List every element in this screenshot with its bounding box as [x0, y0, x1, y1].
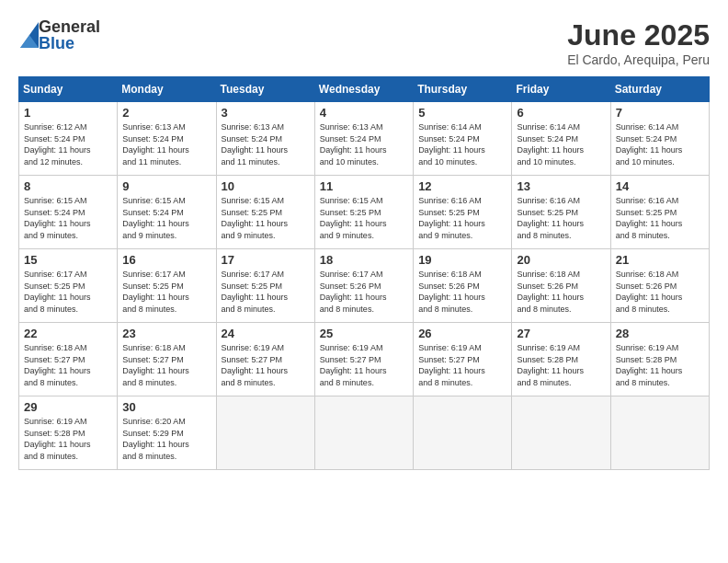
calendar-cell: 7Sunrise: 6:14 AM Sunset: 5:24 PM Daylig…: [610, 102, 709, 176]
day-number: 17: [222, 253, 310, 267]
calendar-cell: 9Sunrise: 6:15 AM Sunset: 5:24 PM Daylig…: [118, 176, 216, 249]
day-number: 21: [616, 253, 704, 267]
day-info: Sunrise: 6:17 AM Sunset: 5:25 PM Dayligh…: [122, 269, 210, 315]
day-info: Sunrise: 6:18 AM Sunset: 5:26 PM Dayligh…: [616, 269, 704, 315]
day-number: 18: [320, 253, 408, 267]
day-number: 5: [418, 106, 506, 120]
calendar-cell: 29Sunrise: 6:19 AM Sunset: 5:28 PM Dayli…: [19, 396, 118, 470]
day-number: 13: [517, 179, 605, 193]
calendar-week-row: 29Sunrise: 6:19 AM Sunset: 5:28 PM Dayli…: [19, 396, 710, 470]
day-number: 10: [222, 179, 310, 193]
day-number: 9: [122, 179, 210, 193]
day-number: 2: [122, 106, 210, 120]
title-area: June 2025 El Cardo, Arequipa, Peru: [567, 18, 710, 67]
day-info: Sunrise: 6:17 AM Sunset: 5:25 PM Dayligh…: [24, 269, 112, 315]
calendar-cell: 5Sunrise: 6:14 AM Sunset: 5:24 PM Daylig…: [414, 102, 512, 176]
calendar-cell: 25Sunrise: 6:19 AM Sunset: 5:27 PM Dayli…: [314, 323, 413, 396]
calendar-cell: 12Sunrise: 6:16 AM Sunset: 5:25 PM Dayli…: [414, 176, 512, 249]
day-info: Sunrise: 6:13 AM Sunset: 5:24 PM Dayligh…: [222, 121, 310, 167]
day-number: 11: [320, 179, 408, 193]
day-number: 14: [616, 179, 704, 193]
calendar-week-row: 15Sunrise: 6:17 AM Sunset: 5:25 PM Dayli…: [19, 249, 710, 323]
calendar-cell: 21Sunrise: 6:18 AM Sunset: 5:26 PM Dayli…: [610, 249, 709, 323]
day-number: 30: [122, 400, 210, 414]
day-info: Sunrise: 6:15 AM Sunset: 5:24 PM Dayligh…: [24, 195, 112, 241]
calendar-week-row: 22Sunrise: 6:18 AM Sunset: 5:27 PM Dayli…: [19, 323, 710, 396]
column-header-monday: Monday: [118, 77, 216, 102]
day-info: Sunrise: 6:15 AM Sunset: 5:24 PM Dayligh…: [122, 195, 210, 241]
logo-blue-text: Blue: [39, 35, 100, 52]
calendar-cell: 10Sunrise: 6:15 AM Sunset: 5:25 PM Dayli…: [216, 176, 314, 249]
location: El Cardo, Arequipa, Peru: [567, 52, 710, 67]
day-number: 20: [517, 253, 605, 267]
calendar-cell: 17Sunrise: 6:17 AM Sunset: 5:25 PM Dayli…: [216, 249, 314, 323]
calendar-cell: 2Sunrise: 6:13 AM Sunset: 5:24 PM Daylig…: [118, 102, 216, 176]
calendar-cell: [512, 396, 610, 470]
day-number: 1: [24, 106, 112, 120]
day-info: Sunrise: 6:18 AM Sunset: 5:27 PM Dayligh…: [122, 342, 210, 388]
day-info: Sunrise: 6:18 AM Sunset: 5:26 PM Dayligh…: [418, 269, 506, 315]
day-number: 6: [517, 106, 605, 120]
calendar-cell: 1Sunrise: 6:12 AM Sunset: 5:24 PM Daylig…: [19, 102, 118, 176]
day-info: Sunrise: 6:18 AM Sunset: 5:26 PM Dayligh…: [517, 269, 605, 315]
day-info: Sunrise: 6:19 AM Sunset: 5:27 PM Dayligh…: [320, 342, 408, 388]
day-info: Sunrise: 6:14 AM Sunset: 5:24 PM Dayligh…: [616, 121, 704, 167]
day-number: 7: [616, 106, 704, 120]
calendar-cell: [414, 396, 512, 470]
day-info: Sunrise: 6:19 AM Sunset: 5:28 PM Dayligh…: [616, 342, 704, 388]
column-header-sunday: Sunday: [19, 77, 118, 102]
day-info: Sunrise: 6:20 AM Sunset: 5:29 PM Dayligh…: [122, 416, 210, 462]
day-number: 8: [24, 179, 112, 193]
calendar-cell: 28Sunrise: 6:19 AM Sunset: 5:28 PM Dayli…: [610, 323, 709, 396]
calendar-week-row: 8Sunrise: 6:15 AM Sunset: 5:24 PM Daylig…: [19, 176, 710, 249]
day-number: 26: [418, 327, 506, 340]
month-title: June 2025: [567, 18, 710, 52]
day-number: 25: [320, 327, 408, 340]
calendar-cell: 19Sunrise: 6:18 AM Sunset: 5:26 PM Dayli…: [414, 249, 512, 323]
calendar-cell: 30Sunrise: 6:20 AM Sunset: 5:29 PM Dayli…: [118, 396, 216, 470]
logo-general-text: General: [39, 18, 100, 35]
calendar-cell: 6Sunrise: 6:14 AM Sunset: 5:24 PM Daylig…: [512, 102, 610, 176]
day-number: 22: [24, 327, 112, 340]
day-number: 16: [122, 253, 210, 267]
day-info: Sunrise: 6:18 AM Sunset: 5:27 PM Dayligh…: [24, 342, 112, 388]
day-info: Sunrise: 6:14 AM Sunset: 5:24 PM Dayligh…: [418, 121, 506, 167]
calendar-cell: [314, 396, 413, 470]
calendar-cell: 3Sunrise: 6:13 AM Sunset: 5:24 PM Daylig…: [216, 102, 314, 176]
logo-icon: [20, 22, 39, 48]
column-header-tuesday: Tuesday: [216, 77, 314, 102]
day-info: Sunrise: 6:16 AM Sunset: 5:25 PM Dayligh…: [616, 195, 704, 241]
calendar-cell: 18Sunrise: 6:17 AM Sunset: 5:26 PM Dayli…: [314, 249, 413, 323]
calendar-cell: 15Sunrise: 6:17 AM Sunset: 5:25 PM Dayli…: [19, 249, 118, 323]
day-info: Sunrise: 6:13 AM Sunset: 5:24 PM Dayligh…: [320, 121, 408, 167]
day-number: 19: [418, 253, 506, 267]
day-info: Sunrise: 6:14 AM Sunset: 5:24 PM Dayligh…: [517, 121, 605, 167]
calendar-cell: 16Sunrise: 6:17 AM Sunset: 5:25 PM Dayli…: [118, 249, 216, 323]
day-info: Sunrise: 6:15 AM Sunset: 5:25 PM Dayligh…: [320, 195, 408, 241]
column-header-wednesday: Wednesday: [314, 77, 413, 102]
column-header-saturday: Saturday: [610, 77, 709, 102]
day-number: 29: [24, 400, 112, 414]
calendar-cell: 23Sunrise: 6:18 AM Sunset: 5:27 PM Dayli…: [118, 323, 216, 396]
day-number: 4: [320, 106, 408, 120]
day-info: Sunrise: 6:19 AM Sunset: 5:27 PM Dayligh…: [222, 342, 310, 388]
calendar-cell: [610, 396, 709, 470]
page-header: General Blue June 2025 El Cardo, Arequip…: [18, 18, 710, 67]
day-number: 27: [517, 327, 605, 340]
calendar-cell: [216, 396, 314, 470]
calendar-cell: 26Sunrise: 6:19 AM Sunset: 5:27 PM Dayli…: [414, 323, 512, 396]
calendar-cell: 4Sunrise: 6:13 AM Sunset: 5:24 PM Daylig…: [314, 102, 413, 176]
calendar-cell: 22Sunrise: 6:18 AM Sunset: 5:27 PM Dayli…: [19, 323, 118, 396]
day-info: Sunrise: 6:19 AM Sunset: 5:27 PM Dayligh…: [418, 342, 506, 388]
calendar-week-row: 1Sunrise: 6:12 AM Sunset: 5:24 PM Daylig…: [19, 102, 710, 176]
calendar-table: SundayMondayTuesdayWednesdayThursdayFrid…: [18, 76, 710, 470]
calendar-cell: 20Sunrise: 6:18 AM Sunset: 5:26 PM Dayli…: [512, 249, 610, 323]
column-header-thursday: Thursday: [414, 77, 512, 102]
day-number: 23: [122, 327, 210, 340]
day-number: 28: [616, 327, 704, 340]
day-info: Sunrise: 6:15 AM Sunset: 5:25 PM Dayligh…: [222, 195, 310, 241]
day-info: Sunrise: 6:16 AM Sunset: 5:25 PM Dayligh…: [418, 195, 506, 241]
day-info: Sunrise: 6:19 AM Sunset: 5:28 PM Dayligh…: [517, 342, 605, 388]
calendar-cell: 8Sunrise: 6:15 AM Sunset: 5:24 PM Daylig…: [19, 176, 118, 249]
day-number: 15: [24, 253, 112, 267]
